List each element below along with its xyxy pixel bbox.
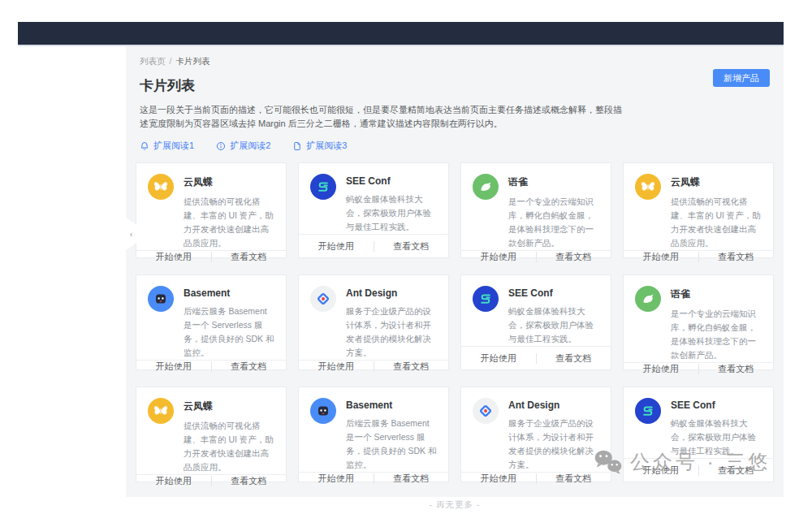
card-body: 云凤蝶 提供流畅的可视化搭建、丰富的 UI 资产，助力开发者快速创建出高品质应用… — [136, 163, 286, 250]
card-title: 云凤蝶 — [184, 398, 274, 413]
card-body: Ant Design 服务于企业级产品的设计体系，为设计者和开发者提供的模块化解… — [461, 387, 611, 472]
view-docs-action[interactable]: 查看文档 — [374, 240, 449, 253]
card-description: 服务于企业级产品的设计体系，为设计者和开发者提供的模块化解决方案。 — [346, 305, 437, 360]
view-docs-action[interactable]: 查看文档 — [212, 475, 287, 487]
card-content: Basement 后端云服务 Basement 是一个 Serverless 服… — [184, 286, 274, 360]
start-using-action[interactable]: 开始使用 — [461, 352, 536, 365]
bell-icon — [140, 141, 149, 151]
card-footer: 开始使用 查看文档 — [624, 362, 773, 375]
card-body: SEE Conf 蚂蚁金服体验科技大会，探索极致用户体验与最佳工程实践。 — [624, 387, 773, 458]
start-using-action[interactable]: 开始使用 — [136, 251, 211, 263]
view-docs-action[interactable]: 查看文档 — [374, 473, 449, 485]
card-footer: 开始使用 查看文档 — [299, 360, 448, 373]
extended-reading-links: 扩展阅读1扩展阅读2扩展阅读3 — [140, 140, 770, 152]
card-content: 云凤蝶 提供流畅的可视化搭建、丰富的 UI 资产，助力开发者快速创建出高品质应用… — [184, 398, 274, 474]
page-title: 卡片列表 — [140, 76, 770, 95]
start-using-action[interactable]: 开始使用 — [624, 464, 698, 477]
product-card: Basement 后端云服务 Basement 是一个 Serverless 服… — [298, 387, 449, 482]
seeconf-logo-icon — [473, 286, 499, 312]
start-using-action[interactable]: 开始使用 — [461, 473, 536, 485]
card-description: 是一个专业的云端知识库，孵化自蚂蚁金服，是体验科技理念下的一款创新产品。 — [671, 307, 762, 362]
product-card-grid: 云凤蝶 提供流畅的可视化搭建、丰富的 UI 资产，助力开发者快速创建出高品质应用… — [126, 162, 784, 482]
card-body: SEE Conf 蚂蚁金服体验科技大会，探索极致用户体验与最佳工程实践。 — [299, 163, 448, 234]
card-footer: 开始使用 查看文档 — [136, 360, 286, 373]
card-content: Ant Design 服务于企业级产品的设计体系，为设计者和开发者提供的模块化解… — [508, 398, 599, 472]
start-using-action[interactable]: 开始使用 — [136, 475, 211, 487]
view-docs-action[interactable]: 查看文档 — [374, 361, 449, 373]
start-using-action[interactable]: 开始使用 — [299, 473, 374, 485]
product-card: 云凤蝶 提供流畅的可视化搭建、丰富的 UI 资产，助力开发者快速创建出高品质应用… — [136, 162, 287, 258]
card-content: Basement 后端云服务 Basement 是一个 Serverless 服… — [346, 398, 437, 472]
card-description: 蚂蚁金服体验科技大会，探索极致用户体验与最佳工程实践。 — [346, 192, 437, 234]
card-description: 提供流畅的可视化搭建、丰富的 UI 资产，助力开发者快速创建出高品质应用。 — [671, 195, 762, 250]
card-title: 语雀 — [671, 286, 762, 301]
card-content: SEE Conf 蚂蚁金服体验科技大会，探索极致用户体验与最佳工程实践。 — [671, 398, 762, 458]
card-title: SEE Conf — [508, 286, 599, 299]
card-footer: 开始使用 查看文档 — [624, 458, 773, 482]
card-footer: 开始使用 查看文档 — [136, 474, 286, 487]
product-card: 语雀 是一个专业的云端知识库，孵化自蚂蚁金服，是体验科技理念下的一款创新产品。 … — [623, 274, 774, 370]
product-card: SEE Conf 蚂蚁金服体验科技大会，探索极致用户体验与最佳工程实践。 开始使… — [623, 387, 774, 482]
extended-reading-link-3[interactable]: 扩展阅读3 — [292, 140, 347, 152]
card-body: SEE Conf 蚂蚁金服体验科技大会，探索极致用户体验与最佳工程实践。 — [461, 275, 611, 346]
seeconf-logo-icon — [635, 398, 661, 424]
start-using-action[interactable]: 开始使用 — [461, 251, 536, 263]
card-footer: 开始使用 查看文档 — [136, 250, 286, 263]
card-description: 后端云服务 Basement 是一个 Serverless 服务，提供良好的 S… — [184, 305, 274, 360]
start-using-action[interactable]: 开始使用 — [624, 363, 698, 375]
card-title: SEE Conf — [671, 398, 762, 411]
card-body: 云凤蝶 提供流畅的可视化搭建、丰富的 UI 资产，助力开发者快速创建出高品质应用… — [624, 163, 773, 250]
robot-icon — [310, 398, 336, 424]
link-label: 扩展阅读2 — [230, 140, 270, 152]
card-body: 语雀 是一个专业的云端知识库，孵化自蚂蚁金服，是体验科技理念下的一款创新产品。 — [624, 275, 773, 362]
product-card: 语雀 是一个专业的云端知识库，孵化自蚂蚁金服，是体验科技理念下的一款创新产品。 … — [460, 162, 611, 258]
card-content: 云凤蝶 提供流畅的可视化搭建、丰富的 UI 资产，助力开发者快速创建出高品质应用… — [184, 174, 274, 250]
card-title: Basement — [346, 398, 437, 411]
card-title: Ant Design — [346, 286, 437, 299]
no-more-text: - 再无更多 - — [126, 499, 784, 511]
product-card: 云凤蝶 提供流畅的可视化搭建、丰富的 UI 资产，助力开发者快速创建出高品质应用… — [136, 387, 287, 482]
add-product-button[interactable]: 新增产品 — [713, 69, 770, 87]
breadcrumb: 列表页/卡片列表 — [140, 56, 770, 67]
card-content: SEE Conf 蚂蚁金服体验科技大会，探索极致用户体验与最佳工程实践。 — [508, 286, 599, 346]
card-body: 云凤蝶 提供流畅的可视化搭建、丰富的 UI 资产，助力开发者快速创建出高品质应用… — [136, 387, 286, 474]
card-content: 语雀 是一个专业的云端知识库，孵化自蚂蚁金服，是体验科技理念下的一款创新产品。 — [508, 174, 599, 250]
product-card: Basement 后端云服务 Basement 是一个 Serverless 服… — [136, 274, 287, 370]
bird-icon — [473, 174, 499, 200]
ant-design-logo-icon — [310, 286, 336, 312]
card-footer: 开始使用 查看文档 — [461, 472, 611, 485]
view-docs-action[interactable]: 查看文档 — [537, 473, 611, 485]
extended-reading-link-2[interactable]: 扩展阅读2 — [216, 140, 270, 152]
start-using-action[interactable]: 开始使用 — [136, 361, 211, 373]
view-docs-action[interactable]: 查看文档 — [212, 251, 287, 263]
card-footer: 开始使用 查看文档 — [461, 346, 611, 369]
card-body: 语雀 是一个专业的云端知识库，孵化自蚂蚁金服，是体验科技理念下的一款创新产品。 — [461, 163, 611, 250]
view-docs-action[interactable]: 查看文档 — [537, 352, 611, 365]
product-card: Ant Design 服务于企业级产品的设计体系，为设计者和开发者提供的模块化解… — [298, 274, 449, 370]
butterfly-icon — [635, 174, 661, 200]
start-using-action[interactable]: 开始使用 — [299, 240, 374, 253]
start-using-action[interactable]: 开始使用 — [299, 361, 374, 373]
view-docs-action[interactable]: 查看文档 — [537, 251, 611, 263]
view-docs-action[interactable]: 查看文档 — [699, 251, 774, 263]
breadcrumb-item-list-page[interactable]: 列表页 — [140, 56, 166, 66]
card-description: 蚂蚁金服体验科技大会，探索极致用户体验与最佳工程实践。 — [671, 417, 762, 458]
view-docs-action[interactable]: 查看文档 — [699, 464, 774, 477]
card-title: 云凤蝶 — [671, 174, 762, 189]
card-description: 提供流畅的可视化搭建、丰富的 UI 资产，助力开发者快速创建出高品质应用。 — [184, 419, 274, 474]
page-description: 这是一段关于当前页面的描述，它可能很长也可能很短，但是要尽量精简地表达当前页面主… — [140, 103, 622, 130]
file-text-icon — [292, 141, 302, 151]
top-nav-bar — [18, 22, 784, 46]
card-content: Ant Design 服务于企业级产品的设计体系，为设计者和开发者提供的模块化解… — [346, 286, 437, 360]
card-body: Basement 后端云服务 Basement 是一个 Serverless 服… — [136, 275, 286, 360]
view-docs-action[interactable]: 查看文档 — [699, 363, 774, 375]
extended-reading-link-1[interactable]: 扩展阅读1 — [140, 140, 194, 152]
bird-icon — [635, 286, 661, 312]
breadcrumb-separator: / — [170, 56, 172, 66]
card-title: Ant Design — [508, 398, 599, 411]
robot-icon — [148, 286, 174, 312]
start-using-action[interactable]: 开始使用 — [624, 251, 698, 263]
card-description: 蚂蚁金服体验科技大会，探索极致用户体验与最佳工程实践。 — [508, 305, 599, 346]
card-body: Basement 后端云服务 Basement 是一个 Serverless 服… — [299, 387, 448, 472]
view-docs-action[interactable]: 查看文档 — [212, 361, 287, 373]
